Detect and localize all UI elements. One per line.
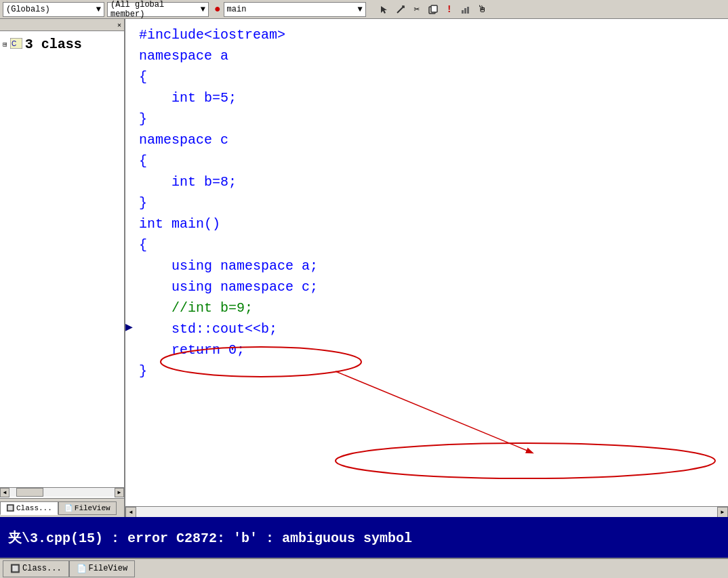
tab-class-bottom-icon: 🔲 (10, 564, 20, 574)
code-text: return 0; (139, 339, 245, 360)
code-text: //int b=9; (139, 297, 253, 318)
code-text: namespace a (139, 45, 228, 66)
svg-rect-3 (462, 10, 464, 14)
code-scroll-track[interactable] (136, 507, 717, 517)
hand-icon[interactable]: 🖱 (474, 2, 489, 17)
code-text: namespace c (139, 129, 228, 150)
code-hscrollbar[interactable]: ◀ ▶ (125, 506, 728, 517)
code-line-17: } (139, 360, 714, 381)
code-text: #include<iostream> (139, 24, 285, 45)
code-scroll-left[interactable]: ◀ (125, 507, 136, 518)
scroll-left-btn[interactable]: ◀ (0, 488, 9, 497)
code-line-11: { (139, 234, 714, 255)
tab-class-label: Class... (16, 504, 52, 512)
tab-fileview-icon: 📄 (64, 504, 73, 512)
tab-class[interactable]: 🔲 Class... (0, 501, 58, 515)
code-area[interactable]: #include<iostream> namespace a { int b=5… (125, 19, 728, 517)
main-area: ✕ ⊞ C 3 class ◀ ▶ (0, 19, 728, 517)
toolbar: (Globals) ▼ (All global member) ▼ ● main… (0, 0, 728, 19)
members-label: (All global member) (110, 0, 201, 19)
diagonal-icon[interactable] (393, 2, 408, 17)
code-line-4: int b=5; (139, 87, 714, 108)
tab-class-bottom-label: Class... (22, 564, 62, 573)
copy-icon[interactable] (426, 2, 441, 17)
left-panel-tabs: 🔲 Class... 📄 FileView (0, 498, 124, 517)
main-dropdown[interactable]: main ▼ (224, 2, 366, 17)
code-text: { (139, 150, 147, 171)
bottom-tabs: 🔲 Class... 📄 FileView (0, 558, 728, 578)
svg-text:C: C (12, 40, 16, 47)
code-text: } (139, 192, 147, 213)
code-line-5: } (139, 108, 714, 129)
tab-fileview-bottom-label: FileView (89, 564, 128, 573)
tab-class-icon: 🔲 (6, 504, 14, 512)
scissors-icon[interactable]: ✂ (409, 2, 424, 17)
chart-icon[interactable] (458, 2, 473, 17)
error-ellipse (336, 443, 715, 478)
output-text: 夹\3.cpp(15) : error C2872: 'b' : ambiguo… (8, 529, 412, 547)
code-text: { (139, 234, 147, 255)
cursor-icon[interactable] (377, 2, 392, 17)
toolbar-icons: ✂ ! 🖱 (377, 2, 489, 17)
tab-fileview-bottom-icon: 📄 (77, 564, 87, 574)
code-line-12: using namespace a; (139, 255, 714, 276)
tab-fileview[interactable]: 📄 FileView (58, 501, 117, 515)
tree-item: ⊞ C 3 class (3, 35, 121, 54)
tab-fileview-label: FileView (75, 504, 110, 512)
debug-arrow-icon: ▶ (125, 318, 133, 337)
code-line-6: namespace c (139, 129, 714, 150)
close-icon[interactable]: ✕ (116, 21, 123, 29)
code-line-8: int b=8; (139, 171, 714, 192)
code-text: int b=5; (139, 87, 237, 108)
scroll-right-btn[interactable]: ▶ (115, 488, 124, 497)
code-line-9: } (139, 192, 714, 213)
tree-label: 3 class (25, 37, 82, 52)
code-text: std::cout<<b; (139, 318, 277, 339)
code-line-1: #include<iostream> (139, 24, 714, 45)
tab-class-bottom[interactable]: 🔲 Class... (3, 560, 69, 577)
code-line-16: return 0; (139, 339, 714, 360)
code-text: int b=8; (139, 171, 237, 192)
code-line-15: ▶ std::cout<<b; (139, 318, 714, 339)
code-scroll-right[interactable]: ▶ (717, 507, 728, 518)
output-bar: 夹\3.cpp(15) : error C2872: 'b' : ambiguo… (0, 517, 728, 558)
code-line-3: { (139, 66, 714, 87)
code-content: #include<iostream> namespace a { int b=5… (125, 19, 728, 387)
code-text: using namespace a; (139, 255, 318, 276)
svg-rect-2 (431, 5, 437, 12)
expand-icon[interactable]: ⊞ (3, 40, 7, 49)
svg-rect-5 (467, 7, 469, 14)
left-panel: ✕ ⊞ C 3 class ◀ ▶ (0, 19, 125, 517)
code-line-2: namespace a (139, 45, 714, 66)
svg-line-0 (397, 6, 404, 13)
code-text: int main() (139, 213, 220, 234)
left-panel-header: ✕ (0, 19, 124, 31)
code-line-7: { (139, 150, 714, 171)
left-panel-hscrollbar[interactable]: ◀ ▶ (0, 487, 124, 497)
red-circle-icon: ● (214, 3, 221, 16)
main-label: main (227, 5, 247, 14)
code-text: } (139, 108, 147, 129)
scrollbar-thumb[interactable] (16, 488, 43, 497)
code-line-10: int main() (139, 213, 714, 234)
left-panel-content: ⊞ C 3 class (0, 31, 124, 58)
class-icon: C (10, 38, 22, 51)
svg-rect-4 (464, 8, 466, 14)
code-text: } (139, 360, 147, 381)
globals-dropdown[interactable]: (Globals) ▼ (3, 2, 104, 17)
code-text: using namespace c; (139, 276, 318, 297)
code-text: { (139, 66, 147, 87)
code-line-13: using namespace c; (139, 276, 714, 297)
tab-fileview-bottom[interactable]: 📄 FileView (69, 560, 136, 577)
scrollbar-track[interactable] (9, 488, 115, 497)
globals-label: (Globals) (6, 5, 50, 14)
exclaim-icon[interactable]: ! (442, 2, 457, 17)
members-dropdown[interactable]: (All global member) ▼ (107, 2, 209, 17)
code-line-14: //int b=9; (139, 297, 714, 318)
